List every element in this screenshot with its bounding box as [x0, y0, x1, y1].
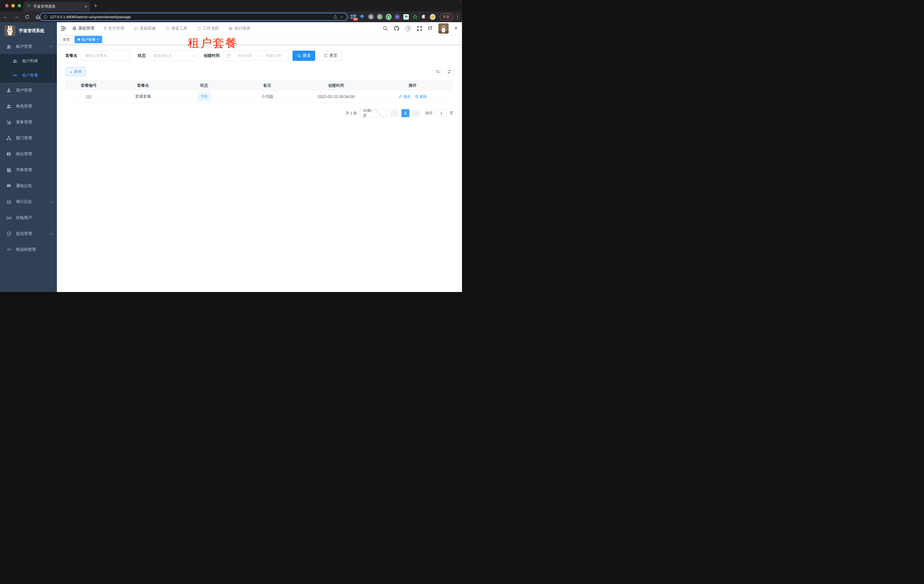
top-menu-report[interactable]: 统计报表 [228, 26, 250, 31]
sidebar-item-dept-mgmt[interactable]: 部门管理 [0, 130, 57, 146]
tenant-package-icon [13, 73, 18, 78]
browser-tabstrip: 芋道管理系统 × + [0, 0, 462, 12]
zoom-window-button[interactable] [18, 4, 21, 7]
window-controls [5, 4, 21, 7]
avatar-caret-icon[interactable] [455, 28, 457, 29]
sidebar-item-notice[interactable]: 通知公告 [0, 178, 57, 194]
edit-link[interactable]: 修改 [399, 94, 411, 99]
command-extension-icon[interactable]: ⌘ [368, 14, 374, 20]
font-size-icon[interactable]: tT [428, 26, 432, 31]
cell-package-id: 111 [66, 94, 112, 99]
header-search-icon[interactable] [383, 26, 388, 31]
monitor-icon [134, 26, 138, 31]
sidebar-item-role-mgmt[interactable]: 角色管理 [0, 99, 57, 114]
add-button[interactable]: + 新增 [66, 67, 86, 76]
green-y-extension-icon[interactable]: y [386, 14, 391, 20]
package-name-label: 套餐名 [66, 53, 78, 58]
bookmark-star-icon[interactable]: ☆ [340, 14, 344, 20]
sidebar-group-label: 租户管理 [16, 44, 46, 49]
user-avatar[interactable] [438, 23, 449, 33]
site-info-icon[interactable] [43, 15, 48, 19]
package-name-input[interactable]: 请输入套餐名 [81, 51, 130, 61]
chevron-down-icon [50, 232, 53, 235]
forward-button[interactable]: → [11, 14, 21, 20]
total-count: 共 1 条 [346, 110, 357, 116]
sidebar-item-menu-mgmt[interactable]: 菜单管理 [0, 114, 57, 130]
sidebar-item-audit-log[interactable]: 审计日志 [0, 194, 57, 210]
sidebar-group-tenant[interactable]: 租户管理 [0, 39, 57, 54]
pagination: 共 1 条 10条/页 ‹ 1 › 前往 1 页 [346, 109, 454, 117]
next-page-button[interactable]: › [412, 109, 420, 117]
sidebar-item-online-users[interactable]: 在线用户 [0, 210, 57, 226]
top-menu-system[interactable]: ⚙ 系统管理 [72, 26, 94, 31]
gem-extension-icon[interactable] [359, 14, 365, 20]
users-icon [6, 44, 12, 49]
collapse-sidebar-icon[interactable] [57, 26, 70, 31]
top-menu-devtools[interactable]: 研发工具 [165, 26, 187, 31]
top-menu-payment[interactable]: ¥ 支付管理 [104, 26, 124, 31]
share-icon[interactable] [333, 15, 337, 19]
sidebar-item-user-mgmt[interactable]: 用户管理 [0, 82, 57, 99]
delete-link[interactable]: 删除 [415, 94, 427, 99]
search-icon [297, 54, 301, 58]
logo-row[interactable]: 芋道管理系统 [0, 22, 57, 39]
top-menu-workflow[interactable]: 工作流程 [197, 26, 219, 31]
sidebar-item-sms-mgmt[interactable]: 短信管理 [0, 226, 57, 242]
recorder-extension-icon[interactable] [377, 14, 383, 20]
org-tree-icon [6, 136, 12, 140]
help-icon[interactable]: ? [405, 26, 411, 31]
reset-button[interactable]: 重置 [319, 51, 342, 61]
broadcast-icon [6, 216, 12, 220]
tag-tenant-package[interactable]: 租户套餐 × [74, 36, 102, 43]
app-title: 芋道管理系统 [19, 28, 45, 33]
show-search-button[interactable] [434, 67, 442, 76]
url-text[interactable]: 127.0.0.1:48080/admin-ui/system/tenant/p… [50, 15, 331, 19]
status-select[interactable]: 请选择状态 [150, 51, 198, 61]
browser-tab[interactable]: 芋道管理系统 × [23, 2, 90, 12]
col-header: 创建时间 [300, 83, 372, 88]
date-range-picker[interactable]: 开始日期 - 结束日期 [224, 51, 289, 61]
close-tag-icon[interactable]: × [97, 38, 99, 41]
top-menu-infra[interactable]: 基础设施 [134, 26, 156, 31]
reload-button[interactable] [21, 15, 33, 19]
extensions-puzzle-icon[interactable] [421, 14, 427, 20]
chat-extension-icon[interactable] [403, 14, 409, 20]
search-button[interactable]: 搜索 [292, 51, 315, 61]
back-button[interactable]: ← [0, 14, 11, 20]
briefcase-icon [197, 26, 201, 31]
prev-page-button[interactable]: ‹ [391, 109, 399, 117]
github-icon[interactable] [394, 26, 399, 31]
tab-manager-extension-icon[interactable]: 10 [350, 14, 356, 20]
plant-favicon-icon [27, 4, 31, 9]
extension-strip: 10 ⌘ y 更新 [350, 12, 462, 22]
profile-avatar-icon[interactable] [430, 14, 436, 20]
tag-home[interactable]: 首页 [60, 36, 73, 43]
top-menu: ⚙ 系统管理 ¥ 支付管理 基础设施 研发工具 工作流程 统计报表 [72, 26, 250, 31]
sidebar-item-tenant-package[interactable]: 租户套餐 [0, 68, 57, 82]
refresh-table-button[interactable] [445, 67, 454, 76]
address-bar[interactable]: 127.0.0.1:48080/admin-ui/system/tenant/p… [40, 13, 348, 21]
chevron-down-icon [50, 200, 53, 203]
calendar-icon [227, 54, 231, 58]
new-tab-button[interactable]: + [94, 2, 97, 9]
update-button[interactable]: 更新 [440, 13, 453, 20]
chevron-down-icon [375, 108, 384, 117]
sidebar-item-dict-mgmt[interactable]: 字典管理 [0, 162, 57, 178]
sidebar-item-tenant-list[interactable]: 租户列表 [0, 54, 57, 68]
sidebar-item-post-mgmt[interactable]: 岗位管理 [0, 146, 57, 162]
fullscreen-icon[interactable] [417, 26, 422, 31]
browser-menu-icon[interactable] [457, 15, 458, 19]
badge-icon [6, 152, 12, 156]
page-1-button[interactable]: 1 [401, 109, 409, 117]
page-unit-label: 页 [450, 110, 454, 116]
star-extension-icon[interactable] [412, 14, 418, 20]
minimize-window-button[interactable] [12, 4, 15, 7]
close-tab-icon[interactable]: × [85, 4, 87, 9]
close-window-button[interactable] [5, 4, 8, 7]
page-size-select[interactable]: 10条/页 [360, 109, 388, 117]
select-placeholder: 请选择状态 [153, 53, 193, 58]
sidebar-item-error-code[interactable]: </> 错误码管理 [0, 242, 57, 258]
goto-page-input[interactable]: 1 [436, 109, 447, 117]
main-content: 套餐名 请输入套餐名 状态 请选择状态 创建时间 开始日期 - 结束日期 搜索 [57, 44, 462, 292]
shield-extension-icon[interactable] [394, 14, 400, 20]
